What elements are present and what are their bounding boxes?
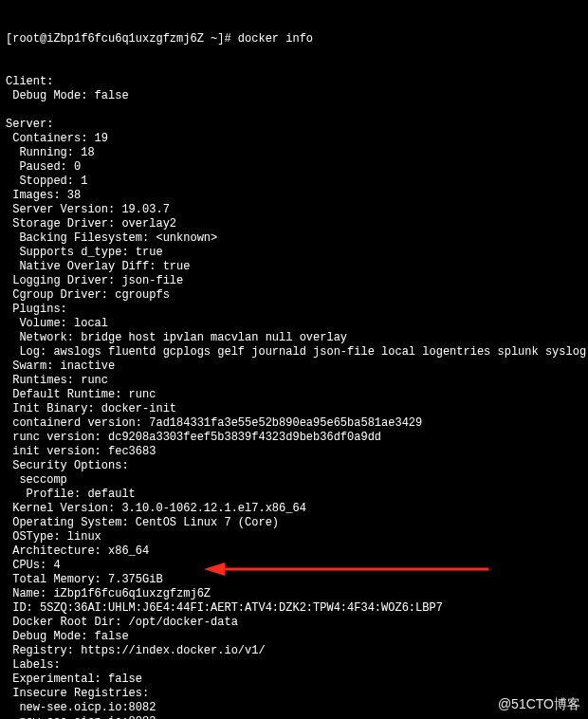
output-line: Labels: — [6, 658, 582, 673]
output-line: Server: — [6, 118, 582, 132]
terminal-window: [root@iZbp1f6fcu6q1uxzgfzmj6Z ~]# docker… — [0, 0, 588, 719]
output-line: Network: bridge host ipvlan macvlan null… — [6, 331, 582, 345]
output-line: new-see.oicp.io:8082 — [6, 701, 582, 715]
terminal-output: Client: Debug Mode: false Server: Contai… — [6, 75, 582, 719]
output-line: Kernel Version: 3.10.0-1062.12.1.el7.x86… — [6, 502, 582, 516]
output-line: runc version: dc9208a3303feef5b3839f4323… — [6, 431, 582, 445]
output-line: Volume: local — [6, 317, 582, 331]
output-line: CPUs: 4 — [6, 559, 582, 573]
output-line: Client: — [6, 75, 582, 89]
output-line: Insecure Registries: — [6, 687, 582, 701]
output-line: ID: 5SZQ:36AI:UHLM:J6E4:44FI:AERT:ATV4:D… — [6, 601, 582, 616]
output-line: Backing Filesystem: <unknown> — [6, 231, 582, 246]
output-line: Stopped: 1 — [6, 175, 582, 189]
output-line: Experimental: false — [6, 673, 582, 687]
output-line: Operating System: CentOS Linux 7 (Core) — [6, 516, 582, 530]
output-line: Plugins: — [6, 303, 582, 317]
output-line: Running: 18 — [6, 146, 582, 160]
output-line: Supports d_type: true — [6, 246, 582, 260]
output-line: Init Binary: docker-init — [6, 402, 582, 416]
output-line: Registry: https://index.docker.io/v1/ — [6, 644, 582, 658]
watermark-label: @51CTO博客 — [498, 697, 580, 711]
output-line: Debug Mode: false — [6, 89, 582, 103]
output-line: containerd version: 7ad184331fa3e55e52b8… — [6, 416, 582, 431]
output-line: Debug Mode: false — [6, 630, 582, 644]
output-line: Storage Driver: overlay2 — [6, 217, 582, 231]
output-line — [6, 103, 582, 118]
output-line: Total Memory: 7.375GiB — [6, 573, 582, 587]
output-line: Swarm: inactive — [6, 360, 582, 374]
output-line: Security Options: — [6, 459, 582, 473]
output-line: Native Overlay Diff: true — [6, 260, 582, 274]
output-line: init version: fec3683 — [6, 445, 582, 459]
output-line: Name: iZbp1f6fcu6q1uxzgfzmj6Z — [6, 587, 582, 601]
output-line: Default Runtime: runc — [6, 388, 582, 402]
prompt-line: [root@iZbp1f6fcu6q1uxzgfzmj6Z ~]# docker… — [6, 32, 582, 46]
output-line: Containers: 19 — [6, 132, 582, 146]
output-line: OSType: linux — [6, 530, 582, 544]
output-line: Images: 38 — [6, 189, 582, 203]
output-line: Paused: 0 — [6, 160, 582, 175]
output-line: Logging Driver: json-file — [6, 274, 582, 288]
output-line: Log: awslogs fluentd gcplogs gelf journa… — [6, 345, 582, 360]
output-line: Docker Root Dir: /opt/docker-data — [6, 616, 582, 630]
output-line: seccomp — [6, 473, 582, 488]
output-line: Runtimes: runc — [6, 374, 582, 388]
output-line: Profile: default — [6, 488, 582, 502]
output-line: new-see.oicp.io:8083 — [6, 715, 582, 719]
output-line: Architecture: x86_64 — [6, 544, 582, 559]
output-line: Cgroup Driver: cgroupfs — [6, 288, 582, 303]
output-line: Server Version: 19.03.7 — [6, 203, 582, 217]
